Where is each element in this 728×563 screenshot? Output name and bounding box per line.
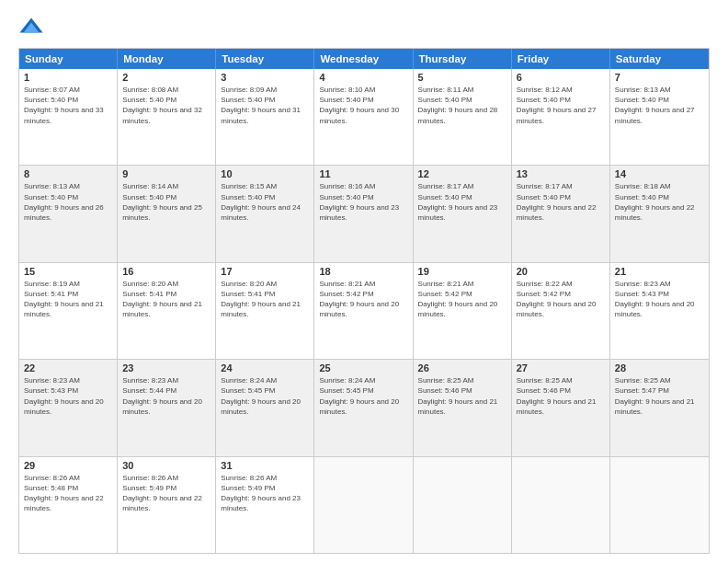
header — [18, 15, 710, 40]
cell-info: Sunrise: 8:07 AMSunset: 5:40 PMDaylight:… — [24, 85, 112, 126]
cell-info: Sunrise: 8:15 AMSunset: 5:40 PMDaylight:… — [221, 181, 309, 223]
calendar-cell: 24Sunrise: 8:24 AMSunset: 5:45 PMDayligh… — [216, 360, 314, 455]
cell-info: Sunrise: 8:24 AMSunset: 5:45 PMDaylight:… — [221, 375, 309, 417]
day-number: 5 — [418, 72, 506, 83]
day-number: 1 — [24, 72, 112, 83]
calendar: SundayMondayTuesdayWednesdayThursdayFrid… — [18, 48, 710, 554]
cell-info: Sunrise: 8:22 AMSunset: 5:42 PMDaylight:… — [517, 279, 605, 320]
cell-info: Sunrise: 8:26 AMSunset: 5:49 PMDaylight:… — [122, 473, 210, 514]
calendar-cell: 16Sunrise: 8:20 AMSunset: 5:41 PMDayligh… — [118, 263, 216, 359]
calendar-cell: 7Sunrise: 8:13 AMSunset: 5:40 PMDaylight… — [610, 69, 709, 165]
cell-info: Sunrise: 8:23 AMSunset: 5:43 PMDaylight:… — [615, 279, 704, 320]
day-number: 15 — [24, 266, 112, 277]
header-cell-tuesday: Tuesday — [216, 49, 314, 69]
calendar-cell — [610, 457, 709, 553]
cell-info: Sunrise: 8:20 AMSunset: 5:41 PMDaylight:… — [221, 279, 309, 320]
calendar-cell: 30Sunrise: 8:26 AMSunset: 5:49 PMDayligh… — [118, 457, 216, 553]
day-number: 11 — [319, 168, 407, 179]
calendar-cell: 4Sunrise: 8:10 AMSunset: 5:40 PMDaylight… — [314, 69, 413, 165]
calendar-cell: 23Sunrise: 8:23 AMSunset: 5:44 PMDayligh… — [118, 360, 216, 455]
calendar-row: 29Sunrise: 8:26 AMSunset: 5:48 PMDayligh… — [19, 456, 709, 553]
calendar-cell: 2Sunrise: 8:08 AMSunset: 5:40 PMDaylight… — [118, 69, 216, 165]
cell-info: Sunrise: 8:11 AMSunset: 5:40 PMDaylight:… — [418, 85, 506, 126]
day-number: 19 — [418, 266, 506, 277]
cell-info: Sunrise: 8:17 AMSunset: 5:40 PMDaylight:… — [418, 181, 506, 223]
calendar-row: 15Sunrise: 8:19 AMSunset: 5:41 PMDayligh… — [19, 262, 709, 359]
header-cell-thursday: Thursday — [414, 49, 512, 69]
cell-info: Sunrise: 8:12 AMSunset: 5:40 PMDaylight:… — [517, 85, 605, 126]
day-number: 8 — [24, 168, 112, 179]
calendar-header: SundayMondayTuesdayWednesdayThursdayFrid… — [19, 49, 709, 69]
cell-info: Sunrise: 8:16 AMSunset: 5:40 PMDaylight:… — [319, 181, 407, 223]
day-number: 12 — [418, 168, 506, 179]
day-number: 20 — [517, 266, 605, 277]
calendar-cell: 14Sunrise: 8:18 AMSunset: 5:40 PMDayligh… — [610, 166, 709, 261]
day-number: 9 — [122, 168, 210, 179]
day-number: 27 — [517, 362, 605, 373]
calendar-cell: 28Sunrise: 8:25 AMSunset: 5:47 PMDayligh… — [610, 360, 709, 455]
calendar-cell: 21Sunrise: 8:23 AMSunset: 5:43 PMDayligh… — [610, 263, 709, 359]
calendar-cell: 9Sunrise: 8:14 AMSunset: 5:40 PMDaylight… — [118, 166, 216, 261]
cell-info: Sunrise: 8:08 AMSunset: 5:40 PMDaylight:… — [122, 85, 210, 126]
day-number: 13 — [517, 168, 605, 179]
day-number: 6 — [517, 72, 605, 83]
day-number: 25 — [319, 362, 407, 373]
day-number: 10 — [221, 168, 309, 179]
calendar-cell: 29Sunrise: 8:26 AMSunset: 5:48 PMDayligh… — [19, 457, 118, 553]
calendar-cell: 1Sunrise: 8:07 AMSunset: 5:40 PMDaylight… — [19, 69, 118, 165]
day-number: 24 — [221, 362, 309, 373]
cell-info: Sunrise: 8:21 AMSunset: 5:42 PMDaylight:… — [418, 279, 506, 320]
day-number: 26 — [418, 362, 506, 373]
calendar-cell: 26Sunrise: 8:25 AMSunset: 5:46 PMDayligh… — [414, 360, 512, 455]
day-number: 3 — [221, 72, 309, 83]
day-number: 16 — [122, 266, 210, 277]
header-cell-monday: Monday — [118, 49, 216, 69]
calendar-cell: 15Sunrise: 8:19 AMSunset: 5:41 PMDayligh… — [19, 263, 118, 359]
calendar-cell: 10Sunrise: 8:15 AMSunset: 5:40 PMDayligh… — [216, 166, 314, 261]
cell-info: Sunrise: 8:25 AMSunset: 5:46 PMDaylight:… — [418, 375, 506, 417]
day-number: 2 — [122, 72, 210, 83]
calendar-cell — [314, 457, 413, 553]
day-number: 29 — [24, 460, 112, 471]
day-number: 30 — [122, 460, 210, 471]
calendar-cell: 8Sunrise: 8:13 AMSunset: 5:40 PMDaylight… — [19, 166, 118, 261]
cell-info: Sunrise: 8:26 AMSunset: 5:49 PMDaylight:… — [221, 473, 309, 514]
calendar-cell: 22Sunrise: 8:23 AMSunset: 5:43 PMDayligh… — [19, 360, 118, 455]
calendar-row: 1Sunrise: 8:07 AMSunset: 5:40 PMDaylight… — [19, 69, 709, 165]
calendar-row: 22Sunrise: 8:23 AMSunset: 5:43 PMDayligh… — [19, 359, 709, 455]
cell-info: Sunrise: 8:13 AMSunset: 5:40 PMDaylight:… — [24, 181, 112, 223]
cell-info: Sunrise: 8:26 AMSunset: 5:48 PMDaylight:… — [24, 473, 112, 514]
day-number: 14 — [615, 168, 704, 179]
calendar-cell: 18Sunrise: 8:21 AMSunset: 5:42 PMDayligh… — [314, 263, 413, 359]
calendar-cell: 6Sunrise: 8:12 AMSunset: 5:40 PMDaylight… — [512, 69, 610, 165]
page: SundayMondayTuesdayWednesdayThursdayFrid… — [0, 0, 728, 563]
cell-info: Sunrise: 8:13 AMSunset: 5:40 PMDaylight:… — [615, 85, 704, 126]
cell-info: Sunrise: 8:19 AMSunset: 5:41 PMDaylight:… — [24, 279, 112, 320]
cell-info: Sunrise: 8:20 AMSunset: 5:41 PMDaylight:… — [122, 279, 210, 320]
cell-info: Sunrise: 8:21 AMSunset: 5:42 PMDaylight:… — [319, 279, 407, 320]
day-number: 21 — [615, 266, 704, 277]
header-cell-sunday: Sunday — [19, 49, 118, 69]
calendar-cell: 27Sunrise: 8:25 AMSunset: 5:46 PMDayligh… — [512, 360, 610, 455]
calendar-cell: 13Sunrise: 8:17 AMSunset: 5:40 PMDayligh… — [512, 166, 610, 261]
calendar-cell: 31Sunrise: 8:26 AMSunset: 5:49 PMDayligh… — [216, 457, 314, 553]
header-cell-wednesday: Wednesday — [314, 49, 413, 69]
day-number: 7 — [615, 72, 704, 83]
calendar-row: 8Sunrise: 8:13 AMSunset: 5:40 PMDaylight… — [19, 165, 709, 261]
day-number: 28 — [615, 362, 704, 373]
day-number: 22 — [24, 362, 112, 373]
cell-info: Sunrise: 8:23 AMSunset: 5:43 PMDaylight:… — [24, 375, 112, 417]
logo — [18, 15, 48, 40]
calendar-cell: 3Sunrise: 8:09 AMSunset: 5:40 PMDaylight… — [216, 69, 314, 165]
header-cell-friday: Friday — [512, 49, 610, 69]
cell-info: Sunrise: 8:14 AMSunset: 5:40 PMDaylight:… — [122, 181, 210, 223]
day-number: 4 — [319, 72, 407, 83]
cell-info: Sunrise: 8:18 AMSunset: 5:40 PMDaylight:… — [615, 181, 704, 223]
calendar-cell: 12Sunrise: 8:17 AMSunset: 5:40 PMDayligh… — [414, 166, 512, 261]
calendar-cell — [512, 457, 610, 553]
calendar-cell: 17Sunrise: 8:20 AMSunset: 5:41 PMDayligh… — [216, 263, 314, 359]
day-number: 31 — [221, 460, 309, 471]
cell-info: Sunrise: 8:17 AMSunset: 5:40 PMDaylight:… — [517, 181, 605, 223]
day-number: 18 — [319, 266, 407, 277]
day-number: 17 — [221, 266, 309, 277]
